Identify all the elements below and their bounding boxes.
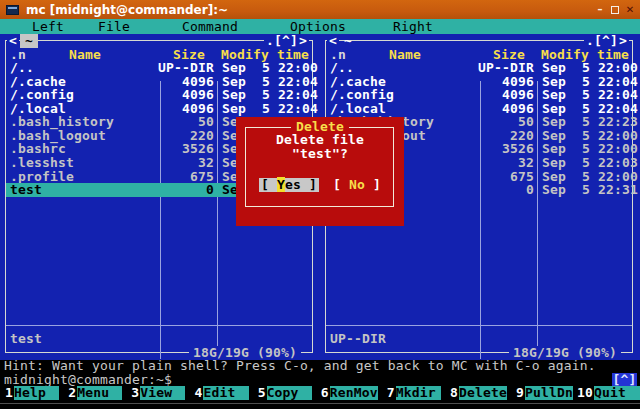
fkey-1-help[interactable]: 1Help [0,386,63,400]
close-button[interactable]: ✕ [625,4,635,15]
file-name: .bash_logout [10,129,106,143]
file-mtime: Sep 5 22:00 [542,142,638,156]
column-header-size[interactable]: Size [161,48,217,62]
file-row--config[interactable]: /.config4096Sep 5 22:04 [326,88,632,102]
file-size: 3526 [156,142,214,156]
menu-file[interactable]: File [98,19,130,34]
file-mtime: Sep 5 22:23 [542,115,638,129]
file-row--[interactable]: /..UP--DIRSep 5 22:00 [6,61,312,75]
column-header-mtime[interactable]: Modify time [218,48,312,62]
file-name: /.. [10,61,34,75]
file-size: UP--DIR [156,61,214,75]
file-size: 0 [156,183,214,197]
menu-left[interactable]: Left [32,19,64,34]
window-titlebar[interactable]: mc [midnight@commander]:~ – □ ✕ [0,0,640,19]
ministatus-left: test [10,332,42,346]
file-size: 220 [476,129,534,143]
column-header-size[interactable]: Size [481,48,537,62]
fkey-number: 3 [126,386,140,400]
ministatus-right: UP--DIR [330,332,386,346]
fkey-9-pulldn[interactable]: 9PullDn [511,386,577,400]
file-size: 220 [156,129,214,143]
no-button[interactable]: [ No ] [333,178,381,192]
fkey-number: 5 [253,386,267,400]
yes-button[interactable]: [ Yes ] [259,178,319,192]
panel-history-forward-icon[interactable]: > [617,34,629,48]
fkey-label: Quit [594,386,640,400]
window-bottom-edge [0,403,640,404]
menu-options[interactable]: Options [290,19,346,34]
fkey-10-quit[interactable]: 10Quit [577,386,640,400]
panel-up-dir-icon[interactable]: .[^] [584,34,620,48]
file-name: .bashrc [10,142,66,156]
panel-left-tab[interactable]: ~ [20,34,38,48]
fkey-label: Mkdir [396,386,441,400]
fkey-number: 9 [511,386,525,400]
file-size: 4096 [156,102,214,116]
file-mtime: Sep 5 22:00 [542,170,638,184]
column-header-name[interactable]: Name [330,48,480,62]
file-mtime: Sep 5 22:04 [542,75,638,89]
file-name: /.. [330,61,354,75]
file-name: /.local [10,102,66,116]
file-row--cache[interactable]: /.cache4096Sep 5 22:04 [6,75,312,89]
fkey-label: PullDn [525,386,573,400]
free-space-right: 18G/19G (90%) [509,346,621,360]
panel-right-tab[interactable]: ~ [342,34,354,48]
file-size: 4096 [476,102,534,116]
file-mtime: Sep 5 22:04 [222,88,318,102]
fkey-number: 1 [0,386,14,400]
menu-bar: LeftFileCommandOptionsRight [0,19,640,34]
fkey-number: 6 [316,386,330,400]
file-mtime: Sep 5 22:04 [222,75,318,89]
panel-history-forward-icon[interactable]: > [297,34,309,48]
file-name: /.cache [10,75,66,89]
column-header-mtime[interactable]: Modify time [538,48,632,62]
fkey-3-view[interactable]: 3View [126,386,189,400]
file-name: .lesshst [10,156,74,170]
file-mtime: Sep 5 22:00 [542,61,638,75]
file-size: 32 [156,156,214,170]
file-row--local[interactable]: /.local4096Sep 5 22:04 [6,102,312,116]
maximize-button[interactable]: □ [611,6,619,14]
file-size: 4096 [156,88,214,102]
panel-history-back-icon[interactable]: < [7,34,19,48]
file-row--config[interactable]: /.config4096Sep 5 22:04 [6,88,312,102]
file-row--cache[interactable]: /.cache4096Sep 5 22:04 [326,75,632,89]
file-size: 675 [476,170,534,184]
hint-line: Hint: Want your plain shell? Press C-o, … [4,359,596,373]
minimize-button[interactable]: – [595,4,605,15]
scroll-up-indicator-icon[interactable]: [^] [612,373,637,386]
fkey-2-menu[interactable]: 2Menu [63,386,126,400]
fkey-7-mkdir[interactable]: 7Mkdir [382,386,445,400]
fkey-6-renmov[interactable]: 6RenMov [316,386,382,400]
menu-right[interactable]: Right [393,19,433,34]
panel-up-dir-icon[interactable]: .[^] [264,34,300,48]
fkey-5-copy[interactable]: 5Copy [253,386,316,400]
menu-command[interactable]: Command [182,19,238,34]
file-name: .bash_history [10,115,114,129]
fkey-8-delete[interactable]: 8Delete [445,386,511,400]
fkey-label: Menu [77,386,122,400]
file-mtime: Sep 5 22:00 [542,129,638,143]
file-mtime: Sep 5 22:04 [542,102,638,116]
fkey-number: 4 [189,386,203,400]
fkey-number: 8 [445,386,459,400]
column-header-name[interactable]: Name [10,48,160,62]
file-mtime: Sep 5 22:04 [542,88,638,102]
file-mtime: Sep 5 22:04 [222,102,318,116]
ministatus-separator [326,325,632,326]
mc-terminal-window: { "window": { "title": "mc [midnight@com… [0,0,640,409]
file-size: 675 [156,170,214,184]
file-name: test [10,183,42,197]
dialog-message-line1: Delete file [236,133,404,147]
fkey-label: Help [14,386,59,400]
file-name: /.config [330,88,394,102]
file-size: 4096 [476,88,534,102]
file-row--local[interactable]: /.local4096Sep 5 22:04 [326,102,632,116]
shell-prompt[interactable]: midnight@commander:~$ [4,373,172,387]
fkey-4-edit[interactable]: 4Edit [189,386,252,400]
panel-history-back-icon[interactable]: < [327,34,339,48]
file-row--[interactable]: /..UP--DIRSep 5 22:00 [326,61,632,75]
file-size: UP--DIR [476,61,534,75]
